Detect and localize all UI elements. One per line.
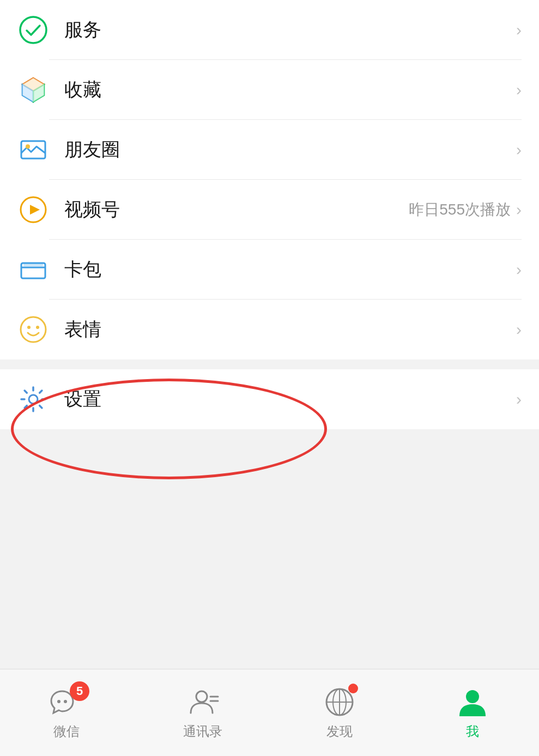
settings-icon (17, 383, 49, 415)
discover-tab-icon-wrap (323, 686, 356, 718)
wechat-badge: 5 (70, 681, 89, 701)
settings-chevron: › (516, 390, 522, 409)
wechat-tab-label: 微信 (53, 723, 80, 740)
wallet-chevron: › (516, 260, 522, 279)
svg-point-18 (64, 700, 67, 703)
svg-marker-10 (30, 205, 40, 215)
menu-item-emoji[interactable]: 表情 › (0, 300, 539, 359)
svg-rect-12 (23, 263, 43, 266)
me-tab-label: 我 (466, 723, 479, 740)
contacts-tab-label: 通讯录 (183, 723, 222, 740)
svg-point-13 (21, 317, 46, 342)
moments-chevron: › (516, 141, 522, 159)
menu-item-wallet[interactable]: 卡包 › (0, 240, 539, 300)
tab-item-discover[interactable]: 发现 (323, 686, 356, 740)
service-chevron: › (516, 21, 522, 39)
menu-item-channels[interactable]: 视频号 昨日555次播放 › (0, 180, 539, 240)
section-divider-1 (0, 359, 539, 369)
menu-item-favorites[interactable]: 收藏 › (0, 60, 539, 120)
tab-item-wechat[interactable]: 5 微信 (50, 686, 83, 740)
channels-label: 视频号 (64, 197, 409, 222)
wechat-tab-icon-wrap: 5 (50, 686, 83, 718)
tab-item-contacts[interactable]: 通讯录 (183, 686, 222, 740)
wallet-label: 卡包 (64, 257, 516, 282)
menu-section: 服务 › 收藏 › (0, 0, 539, 359)
svg-point-26 (466, 690, 479, 703)
favorites-chevron: › (516, 81, 522, 99)
contacts-tab-icon-wrap (186, 686, 219, 718)
tab-bar: 5 微信 通讯录 发现 (0, 669, 539, 756)
menu-item-moments[interactable]: 朋友圈 › (0, 120, 539, 180)
tab-item-me[interactable]: 我 (456, 686, 489, 740)
channels-icon (17, 194, 49, 225)
discover-tab-label: 发现 (326, 723, 353, 740)
svg-point-16 (29, 395, 38, 404)
channels-subtext: 昨日555次播放 (409, 199, 511, 220)
menu-item-settings[interactable]: 设置 › (0, 369, 539, 429)
svg-point-19 (196, 691, 207, 702)
svg-point-14 (27, 326, 31, 329)
emoji-label: 表情 (64, 317, 516, 342)
svg-point-8 (26, 144, 30, 149)
svg-point-0 (20, 17, 46, 43)
emoji-icon (17, 314, 49, 345)
favorites-label: 收藏 (64, 77, 516, 102)
svg-point-17 (57, 700, 60, 703)
moments-label: 朋友圈 (64, 137, 516, 162)
moments-icon (17, 134, 49, 166)
me-icon (456, 686, 489, 718)
contacts-icon (186, 686, 219, 718)
wallet-icon (17, 254, 49, 285)
service-label: 服务 (64, 17, 516, 42)
service-icon (17, 14, 49, 46)
emoji-chevron: › (516, 320, 522, 339)
menu-item-service[interactable]: 服务 › (0, 0, 539, 60)
discover-dot (348, 684, 358, 693)
settings-section: 设置 › (0, 369, 539, 429)
me-tab-icon-wrap (456, 686, 489, 718)
channels-chevron: › (516, 200, 522, 219)
svg-point-15 (36, 326, 39, 329)
settings-label: 设置 (64, 387, 516, 412)
favorites-icon (17, 74, 49, 106)
